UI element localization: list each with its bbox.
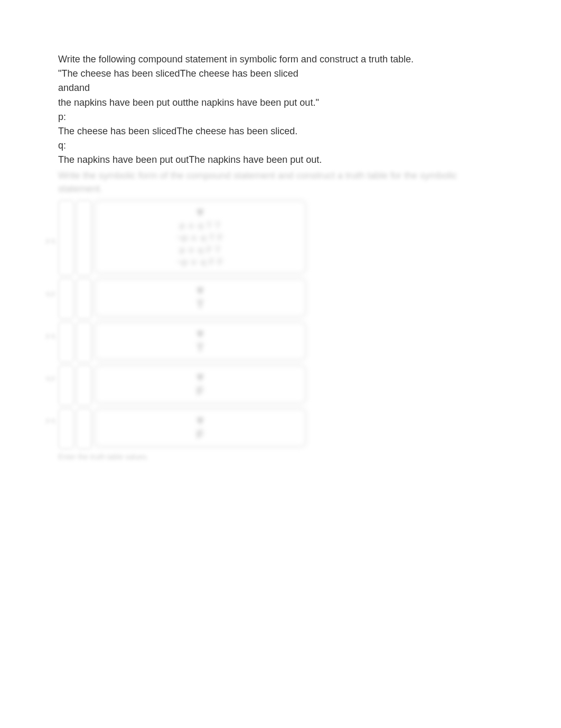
dropdown-caret-icon: ▼ [194,327,206,341]
row-prefix-box-0b [76,200,92,276]
intro-line: Write the following compound statement i… [58,53,503,66]
answer-area: p q q p p q q p p q ▼ p ∧ q T T ¬p ∧ q T… [58,200,306,461]
side-label-5: p q [30,417,55,424]
footer-note: Enter the truth table values. [58,453,306,461]
option-line-4: ¬p ∨ q F F [177,257,223,267]
option-line-1: p ∧ q T T [180,220,221,231]
blurred-instruction: Write the symbolic form of the compound … [58,169,503,196]
dropdown-caret-icon: ▼ [194,284,206,298]
truth-value-2: T [197,341,203,355]
p-text: The cheese has been slicedThe cheese has… [58,125,503,138]
quote-line-2: andand [58,81,503,95]
row-prefix-box-4 [58,408,74,449]
truth-value-4: F [197,428,203,441]
dropdown-caret-icon: ▼ [194,206,206,219]
truth-value-1: T [197,298,203,311]
problem-statement: Write the following compound statement i… [58,53,503,167]
quote-line-3: the napkins have been put outthe napkins… [58,96,503,109]
side-label-4: q p [30,374,55,382]
option-line-2: ¬p ∧ q T F [177,233,223,243]
row-prefix-box-2b [76,321,92,363]
row-prefix-box-2 [58,321,74,363]
row-prefix-box-4b [76,408,92,449]
side-label-2: q p [30,290,55,297]
truth-value-dropdown-4[interactable]: ▼ F [94,408,306,447]
truth-value-dropdown-3[interactable]: ▼ F [94,365,306,404]
row-prefix-box-0 [58,200,74,276]
dropdown-caret-icon: ▼ [194,414,206,428]
row-prefix-box-3 [58,365,74,406]
truth-value-3: F [197,384,203,398]
option-line-3: p ∨ q F T [180,245,221,255]
truth-value-dropdown-2[interactable]: ▼ T [94,321,306,361]
p-label: p: [58,110,503,124]
side-label-3: p q [30,332,55,339]
q-label: q: [58,139,503,152]
side-label-1: p q [30,237,55,244]
row-prefix-box-1b [76,278,92,319]
row-prefix-box-3b [76,365,92,406]
dropdown-caret-icon: ▼ [194,371,206,384]
q-text: The napkins have been put outThe napkins… [58,153,503,167]
truth-value-dropdown-1[interactable]: ▼ T [94,278,306,317]
symbolic-form-dropdown[interactable]: ▼ p ∧ q T T ¬p ∧ q T F p ∨ q F T ¬p ∨ q … [94,200,306,274]
quote-line-1: "The cheese has been slicedThe cheese ha… [58,67,503,80]
row-prefix-box-1 [58,278,74,319]
